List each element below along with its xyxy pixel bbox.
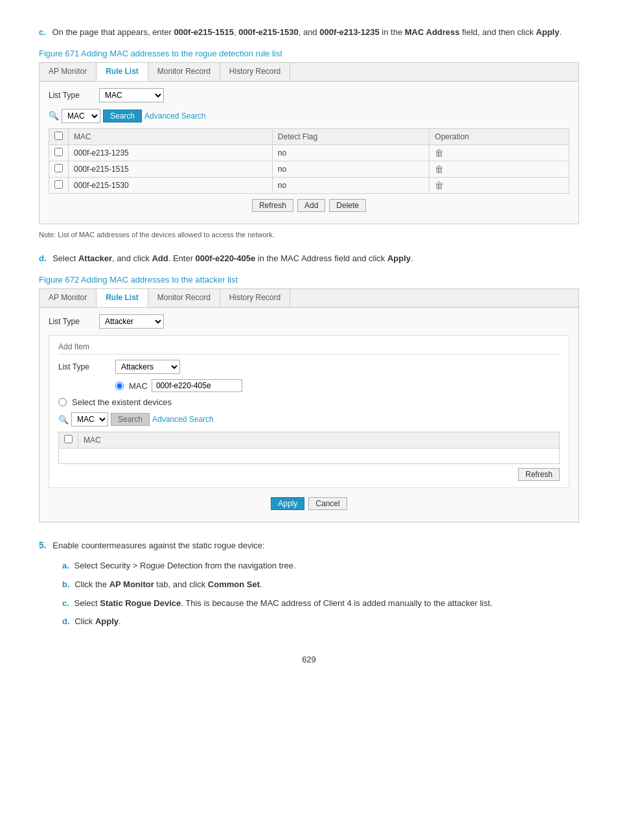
figure672-box: AP Monitor Rule List Monitor Record Hist… xyxy=(39,288,579,522)
step-d: d. Select Attacker, and click Add. Enter… xyxy=(39,252,579,522)
add-item-section: Add Item List Type Attackers MAC xyxy=(49,335,569,488)
list-type-select-2[interactable]: Attacker xyxy=(99,314,164,329)
mac-value-input[interactable] xyxy=(152,379,242,392)
select-existing-group: Select the existent devices xyxy=(58,397,172,407)
search-icon-1: 🔍 xyxy=(49,111,59,121)
form-list-type-select[interactable]: Attackers xyxy=(115,360,180,374)
sub-step-c: c. Select Static Rogue Device. This is b… xyxy=(62,597,579,611)
mac2: 000f-e215-1530 xyxy=(238,27,299,37)
refresh-button-2[interactable]: Refresh xyxy=(518,468,560,481)
step-d-mid2: . Enter xyxy=(168,253,196,263)
list-type-label-1: List Type xyxy=(49,91,94,100)
list-type-select-1[interactable]: MAC xyxy=(99,88,164,102)
sub-step-b: b. Click the AP Monitor tab, and click C… xyxy=(62,578,579,592)
row-flag-1: no xyxy=(272,145,429,161)
sub-d-label: d. xyxy=(62,616,70,626)
sub-d-bold: Apply xyxy=(95,616,119,626)
tab-bar-1: AP Monitor Rule List Monitor Record Hist… xyxy=(40,63,578,82)
delete-icon-1[interactable]: 🗑 xyxy=(435,148,444,158)
search-icon-2: 🔍 xyxy=(58,415,69,425)
step-c-label: c. xyxy=(39,27,46,37)
figure672-body: List Type Attacker Add Item List Type At… xyxy=(40,308,578,522)
sub-b-text1: Click the xyxy=(74,579,109,589)
step-c: c. On the page that appears, enter 000f-… xyxy=(39,26,579,240)
col-operation-1: Operation xyxy=(429,128,569,145)
apply-ref-2: Apply xyxy=(387,253,411,263)
delete-icon-2[interactable]: 🗑 xyxy=(435,164,444,174)
search-bar-1: 🔍 MAC Search Advanced Search xyxy=(49,109,569,123)
empty-row xyxy=(59,449,560,464)
sub-a-text: Select Security > Rogue Detection from t… xyxy=(74,561,295,570)
tab-ap-monitor-1[interactable]: AP Monitor xyxy=(40,63,97,81)
sub-b-end: . xyxy=(260,579,262,589)
search-bar-2: 🔍 MAC Search Advanced Search xyxy=(58,412,560,426)
mac-table-1: MAC Detect Flag Operation 000f-e213-1235… xyxy=(49,128,569,194)
row-checkbox-1[interactable] xyxy=(54,148,63,156)
delete-icon-3[interactable]: 🗑 xyxy=(435,180,444,191)
sub-c-text2: . This is because the MAC address of Cli… xyxy=(181,598,492,608)
select-all-checkbox-1[interactable] xyxy=(54,132,63,140)
select-existing-label: Select the existent devices xyxy=(72,397,172,407)
sub-c-label: c. xyxy=(62,598,69,608)
add-ref: Add xyxy=(152,253,168,263)
row-checkbox-2[interactable] xyxy=(54,164,63,172)
row-mac-2: 000f-e215-1515 xyxy=(69,161,273,177)
sub-c-bold1: Static Rogue Device xyxy=(100,598,181,608)
section5-text: Enable countermeasures against the stati… xyxy=(52,541,264,550)
col-detect-flag-1: Detect Flag xyxy=(272,128,429,145)
advanced-search-link-1[interactable]: Advanced Search xyxy=(144,111,206,121)
select-existing-radio[interactable] xyxy=(58,398,67,406)
mac-field-label: MAC Address xyxy=(405,27,460,37)
mac-dropdown-2[interactable]: MAC xyxy=(71,412,108,426)
form-list-type-row: List Type Attackers xyxy=(58,360,560,374)
search-button-1[interactable]: Search xyxy=(103,110,142,122)
tab-rule-list-1[interactable]: Rule List xyxy=(97,63,148,81)
step-d-intro: Select xyxy=(52,253,78,263)
mac4-ref: 000f-e220-405e xyxy=(196,253,256,263)
figure671-box: AP Monitor Rule List Monitor Record Hist… xyxy=(39,62,579,224)
tab-ap-monitor-2[interactable]: AP Monitor xyxy=(40,289,97,307)
list-type-row-2: List Type Attacker xyxy=(49,314,569,329)
advanced-search-link-2[interactable]: Advanced Search xyxy=(152,415,214,424)
tab-rule-list-2[interactable]: Rule List xyxy=(97,289,148,307)
row-checkbox-3[interactable] xyxy=(54,180,63,189)
sub-b-bold2: Common Set xyxy=(208,579,260,589)
sub-c-text1: Select xyxy=(74,598,100,608)
page-footer: 629 xyxy=(39,655,579,664)
apply-button[interactable]: Apply xyxy=(271,497,304,510)
refresh-row-2: Refresh xyxy=(58,464,560,481)
sub-d-text: Click xyxy=(74,616,95,626)
table-row: 000f-e215-1530 no 🗑 xyxy=(49,177,569,193)
col-mac-2: MAC xyxy=(78,432,560,449)
refresh-button-1[interactable]: Refresh xyxy=(252,199,293,212)
search-button-2[interactable]: Search xyxy=(111,413,150,426)
mac-dropdown-1[interactable]: MAC xyxy=(62,109,100,123)
mac3: 000f-e213-1235 xyxy=(319,27,380,37)
tab-monitor-record-1[interactable]: Monitor Record xyxy=(148,63,220,81)
row-mac-1: 000f-e213-1235 xyxy=(69,145,273,161)
list-type-row-1: List Type MAC xyxy=(49,88,569,102)
sub-step-a: a. Select Security > Rogue Detection fro… xyxy=(62,559,579,573)
sub-b-label: b. xyxy=(62,579,70,589)
section5-num: 5. xyxy=(39,540,47,550)
step-c-intro: On the page that appears, enter xyxy=(52,27,174,37)
figure672-title: Figure 672 Adding MAC addresses to the a… xyxy=(39,275,579,285)
sub-step-d: d. Click Apply. xyxy=(62,615,579,629)
list-type-label-2: List Type xyxy=(49,317,94,326)
tab-history-record-2[interactable]: History Record xyxy=(220,289,290,307)
delete-button-1[interactable]: Delete xyxy=(329,199,366,212)
add-button-1[interactable]: Add xyxy=(297,199,325,212)
cancel-button[interactable]: Cancel xyxy=(308,497,347,510)
sub-b-bold1: AP Monitor xyxy=(109,579,154,589)
step-d-mid: , and click xyxy=(112,253,152,263)
row-mac-3: 000f-e215-1530 xyxy=(69,177,273,193)
tab-bar-2: AP Monitor Rule List Monitor Record Hist… xyxy=(40,289,578,308)
step-d-end: in the MAC Address field and click xyxy=(255,253,387,263)
mac-radio-input[interactable] xyxy=(115,382,124,390)
select-all-checkbox-2[interactable] xyxy=(64,435,73,443)
page-number: 629 xyxy=(302,655,316,664)
tab-history-record-1[interactable]: History Record xyxy=(220,63,290,81)
action-btn-row-2: Apply Cancel xyxy=(49,492,569,515)
tab-monitor-record-2[interactable]: Monitor Record xyxy=(148,289,220,307)
figure671-body: List Type MAC 🔍 MAC Search Advanced Sear… xyxy=(40,82,578,224)
